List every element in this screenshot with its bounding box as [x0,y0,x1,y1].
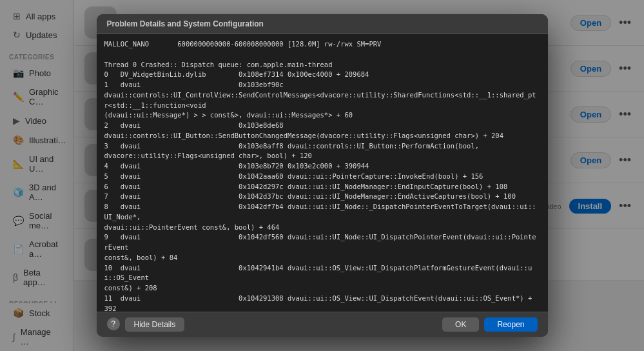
modal-footer-left: ? Hide Details [107,317,185,332]
modal-footer-right: OK Reopen [442,317,537,332]
ok-button[interactable]: OK [442,317,479,332]
modal-content: MALLOC_NANO 6000000000000-600008000000 [… [104,39,540,312]
modal-footer: ? Hide Details OK Reopen [97,312,548,337]
help-button[interactable]: ? [107,317,120,330]
reopen-button[interactable]: Reopen [484,317,537,332]
modal-title: Problem Details and System Configuration [107,19,264,28]
modal-header: Problem Details and System Configuration [97,14,548,34]
modal-body[interactable]: MALLOC_NANO 6000000000000-600008000000 [… [97,34,548,312]
hide-details-button[interactable]: Hide Details [125,317,185,332]
modal-overlay: Problem Details and System Configuration… [0,0,644,351]
problem-details-modal: Problem Details and System Configuration… [97,14,548,337]
